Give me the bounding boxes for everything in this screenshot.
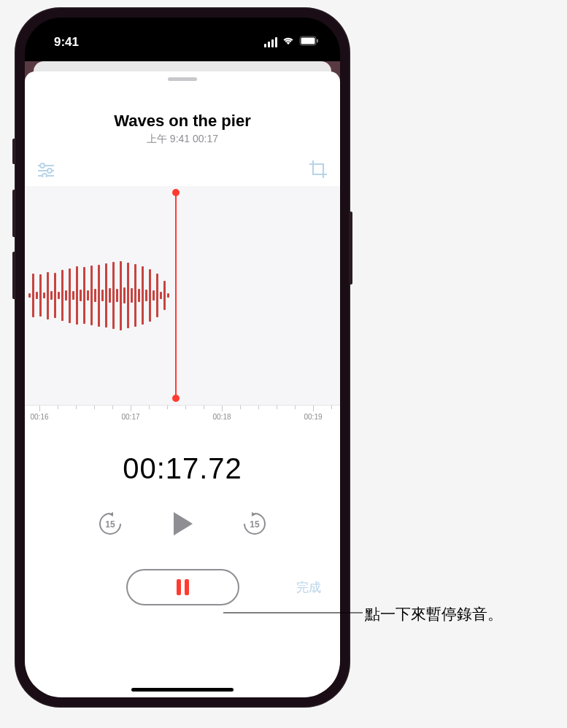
- playhead-line: [175, 192, 177, 399]
- pause-icon: [177, 579, 189, 595]
- recording-sheet: Waves on the pier 上午 9:41 00:17: [25, 71, 340, 697]
- ruler-label-0: 00:16: [30, 413, 48, 421]
- svg-point-4: [40, 163, 45, 168]
- header: Waves on the pier 上午 9:41 00:17: [25, 71, 340, 146]
- pause-record-button[interactable]: [126, 569, 239, 605]
- phone-frame: 9:41 Waves on the p: [15, 7, 350, 708]
- screen: 9:41 Waves on the p: [25, 18, 340, 697]
- side-button: [350, 212, 352, 284]
- recording-subtitle: 上午 9:41 00:17: [25, 133, 340, 146]
- callout-pause-text: 點一下來暫停錄音。: [365, 604, 503, 624]
- status-icons: [264, 36, 320, 49]
- status-time: 9:41: [54, 35, 79, 50]
- waveform-bars: [25, 255, 171, 336]
- cellular-signal-icon: [264, 37, 277, 47]
- recording-title[interactable]: Waves on the pier: [25, 112, 340, 131]
- dynamic-island: [135, 28, 230, 56]
- ruler-label-1: 00:17: [121, 413, 139, 421]
- timer-display: 00:17.72: [25, 452, 340, 485]
- waveform-display[interactable]: [25, 186, 340, 405]
- silent-switch: [12, 139, 15, 164]
- skip-back-button[interactable]: 15: [97, 511, 123, 540]
- svg-rect-2: [317, 39, 318, 43]
- done-button[interactable]: 完成: [296, 579, 321, 596]
- ruler-label-2: 00:18: [212, 413, 231, 421]
- play-button[interactable]: [171, 511, 194, 540]
- screen-content: Waves on the pier 上午 9:41 00:17: [25, 61, 340, 697]
- playback-controls: 15 15: [25, 511, 340, 540]
- bottom-controls: 完成: [25, 569, 340, 605]
- volume-down-button: [12, 252, 15, 299]
- wifi-icon: [282, 36, 295, 49]
- trim-button[interactable]: [308, 159, 328, 182]
- timeline-ruler[interactable]: 00:16 00:17 00:18: [25, 405, 340, 427]
- home-indicator[interactable]: [131, 688, 234, 692]
- svg-point-8: [42, 174, 47, 177]
- svg-text:15: 15: [250, 519, 260, 530]
- settings-button[interactable]: [36, 163, 55, 180]
- volume-up-button: [12, 190, 15, 237]
- skip-forward-button[interactable]: 15: [242, 511, 268, 540]
- svg-rect-1: [301, 38, 315, 44]
- ruler-label-3: 00:19: [304, 413, 322, 421]
- svg-point-6: [47, 169, 52, 173]
- battery-icon: [299, 36, 320, 49]
- playhead-bottom-dot: [172, 395, 180, 402]
- svg-text:15: 15: [105, 519, 115, 530]
